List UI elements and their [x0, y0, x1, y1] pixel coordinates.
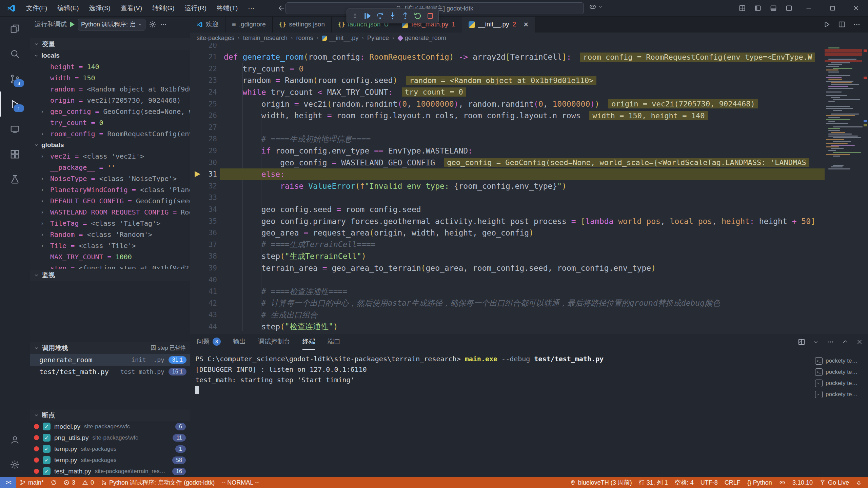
call-stack-section-header[interactable]: 调用堆栈 因 step 已暂停	[30, 342, 190, 354]
code-line-28[interactable]: 28 # ====生成初始地理信息====	[190, 133, 825, 145]
layout-sidebar-right-button[interactable]	[781, 0, 797, 16]
watch-section-header[interactable]: 监视	[30, 269, 190, 281]
variable-row[interactable]: step = <function step at 0x1bf9cd216d	[37, 262, 190, 269]
variable-row[interactable]: height = 140	[37, 61, 190, 72]
breadcrumb-item[interactable]: Pylance	[367, 35, 389, 42]
breadcrumb[interactable]: site-packages›terrain_research›rooms›__i…	[190, 33, 868, 43]
status-item--NORMAL-[interactable]: -- NORMAL --	[218, 477, 262, 488]
variable-row[interactable]: ›NoiseType = <class 'NoiseType'>	[37, 173, 190, 184]
code-line-31[interactable]: 31 else:	[190, 168, 825, 180]
variable-row[interactable]: ›room_config = RoomRequestConfig(env_t…	[37, 128, 190, 139]
variable-row[interactable]: ›Tile = <class 'Tile'>	[37, 240, 190, 251]
tab-settings.json[interactable]: {}settings.json	[273, 16, 332, 33]
variable-row[interactable]: ›vec2i = <class 'vec2i'>	[37, 150, 190, 162]
code-line-24[interactable]: 24 while try_count < MAX_TRY_COUNT:try_c…	[190, 86, 825, 98]
variables-group-globals[interactable]: globals	[30, 139, 190, 150]
start-debugging-button[interactable]	[70, 22, 75, 27]
code-line-27[interactable]: 27	[190, 121, 825, 133]
code-line-34[interactable]: 34 geo_config.seed = room_config.seed	[190, 203, 825, 215]
overview-ruler[interactable]	[863, 43, 868, 334]
code-line-33[interactable]: 33	[190, 192, 825, 204]
status-item--31-1[interactable]: 行 31, 列 1	[635, 477, 671, 488]
layout-sidebar-left-button[interactable]	[750, 0, 766, 16]
code-line-42[interactable]: 42 # 计算每一个出口的中心，然后使用astar生成路径，确保每一个出口组合都…	[190, 297, 825, 309]
status-item[interactable]	[47, 477, 60, 488]
panel-tab-终端[interactable]: 终端	[302, 334, 315, 350]
menu-item-5[interactable]: 运行(R)	[180, 0, 212, 16]
code-line-38[interactable]: 38 step("生成TerrainCell")	[190, 250, 825, 262]
status-item-3-10-10[interactable]: 3.10.10	[789, 477, 816, 488]
code-line-39[interactable]: 39 terrain_area = geo_area_to_terrain(ge…	[190, 262, 825, 274]
variable-row[interactable]: origin = vec2i(7205730, 9024468)	[37, 95, 190, 106]
breakpoint-row[interactable]: ✓temp.pysite-packages58	[30, 454, 190, 466]
activity-search[interactable]	[0, 41, 30, 66]
chevron-down-button[interactable]	[813, 340, 818, 345]
code-line-23[interactable]: 23 random = Random(room_config.seed)rand…	[190, 75, 825, 86]
call-stack-frame[interactable]: generate_room__init__.py31:1	[30, 354, 190, 366]
menu-item-3[interactable]: 查看(V)	[116, 0, 147, 16]
status-item-blueloveTH-3-[interactable]: blueloveTH (3 周前)	[567, 477, 635, 488]
code-line-26[interactable]: 26 width, height = room_config.layout.n_…	[190, 110, 825, 122]
activity-files[interactable]	[0, 16, 30, 41]
more-actions-icon[interactable]	[160, 21, 167, 28]
close-icon[interactable]: ✕	[523, 21, 529, 28]
code-editor[interactable]: 2021def generate_room(room_config: RoomR…	[190, 43, 868, 334]
breakpoint-checkbox[interactable]: ✓	[43, 423, 51, 430]
debug-config-dropdown[interactable]: Python 调试程序: 启	[78, 19, 145, 30]
back-icon[interactable]	[277, 4, 285, 12]
breadcrumb-item[interactable]: site-packages	[197, 35, 234, 42]
code-line-21[interactable]: 21def generate_room(room_config: RoomReq…	[190, 51, 825, 63]
code-line-25[interactable]: 25 origin = vec2i(random.randint(0, 1000…	[190, 98, 825, 110]
copilot-menu[interactable]	[589, 3, 603, 11]
maximize-panel-button[interactable]	[842, 339, 848, 345]
code-line-44[interactable]: 44 step("检查连通性")	[190, 321, 825, 332]
status-item-CRLF[interactable]: CRLF	[721, 477, 744, 488]
variable-row[interactable]: ›Random = <class 'Random'>	[37, 229, 190, 240]
status-item-3[interactable]: 3	[60, 477, 79, 488]
debug-step-out-button[interactable]	[399, 10, 411, 22]
breakpoint-checkbox[interactable]: ✓	[43, 456, 51, 464]
status-item-0[interactable]: 0	[79, 477, 97, 488]
code-line-29[interactable]: 29 if room_config.env_type == EnvType.WA…	[190, 145, 825, 157]
status-item-main-[interactable]: main*	[16, 477, 47, 488]
menu-item-2[interactable]: 选择(S)	[84, 0, 116, 16]
menu-item-1[interactable]: 编辑(E)	[52, 0, 84, 16]
minimap[interactable]	[825, 45, 862, 330]
code-line-37[interactable]: 37 # ====生成TerrainCell====	[190, 239, 825, 250]
layout-panel-button[interactable]	[766, 0, 781, 16]
code-line-30[interactable]: 30 geo_config = WASTELAND_GEO_CONFIGgeo_…	[190, 157, 825, 168]
debug-continue-button[interactable]	[362, 10, 373, 22]
gear-icon[interactable]	[149, 21, 156, 28]
breakpoints-section-header[interactable]: 断点	[30, 409, 190, 421]
call-stack-frame[interactable]: test/test_math.pytest_math.py16:1	[30, 366, 190, 378]
terminal-instance[interactable]: >_pockety te…	[815, 366, 865, 378]
breakpoint-checkbox[interactable]: ✓	[43, 434, 51, 442]
breadcrumb-item[interactable]: __init__.py	[322, 35, 358, 42]
status-item[interactable]	[852, 477, 865, 488]
terminal-output[interactable]: PS C:\computer_science\godot-ldtk\site-p…	[195, 354, 604, 396]
status-item-Go-Live[interactable]: Go Live	[816, 477, 852, 488]
debug-step-into-button[interactable]	[387, 10, 398, 22]
code-line-41[interactable]: 41 # ====检查连通性====	[190, 286, 825, 298]
debug-toolbar[interactable]	[347, 8, 439, 23]
breakpoint-checkbox[interactable]: ✓	[43, 445, 51, 453]
variable-row[interactable]: __package__ = ''	[37, 162, 190, 173]
activity-extensions[interactable]	[0, 142, 30, 167]
menu-item-4[interactable]: 转到(G)	[147, 0, 179, 16]
layout-grid-button[interactable]	[734, 0, 750, 16]
variable-row[interactable]: ›TileTag = <class 'TileTag'>	[37, 218, 190, 229]
breakpoint-row[interactable]: ✓png_utils.pysite-packages\wfc11	[30, 432, 190, 443]
activity-debug[interactable]: 1	[0, 92, 30, 117]
panel-tab-端口[interactable]: 端口	[328, 334, 340, 350]
activity-source-control[interactable]: 3	[0, 66, 30, 92]
more-button[interactable]	[827, 338, 834, 346]
variable-row[interactable]: ›DEFAULT_GEO_CONFIG = GeoConfig(seed=1…	[37, 195, 190, 206]
variable-row[interactable]: ›geo_config = GeoConfig(seed=None, wor…	[37, 106, 190, 117]
terminal-instance[interactable]: >_pockety te…	[815, 389, 865, 400]
panel-tab-调试控制台[interactable]: 调试控制台	[258, 334, 290, 350]
code-line-22[interactable]: 22 try_count = 0	[190, 63, 825, 75]
menu-item-0[interactable]: 文件(F)	[21, 0, 52, 16]
activity-account[interactable]	[0, 427, 30, 452]
split-terminal-button[interactable]	[798, 338, 805, 346]
code-line-43[interactable]: 43 # 生成出口组合	[190, 309, 825, 321]
